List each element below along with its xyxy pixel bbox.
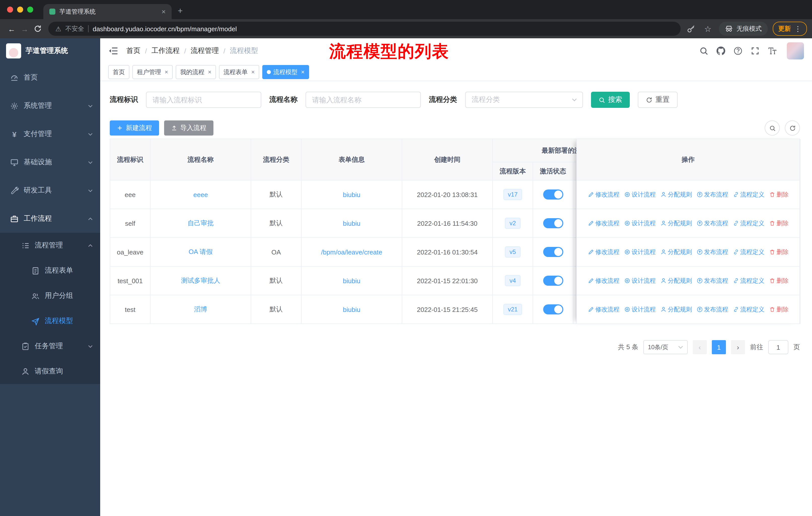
design-process-link[interactable]: 设计流程 (624, 219, 656, 227)
tag-home[interactable]: 首页 (108, 65, 129, 79)
minimize-window-button[interactable] (17, 6, 23, 12)
close-icon[interactable]: × (207, 69, 211, 76)
create-process-button[interactable]: 新建流程 (110, 120, 159, 136)
browser-tab[interactable]: 芋道管理系统 × (43, 4, 172, 19)
process-name-link[interactable]: OA 请假 (188, 247, 212, 256)
form-link[interactable]: biubiu (343, 191, 360, 198)
publish-process-link[interactable]: 发布流程 (696, 305, 728, 314)
breadcrumb-home[interactable]: 首页 (126, 46, 141, 55)
tag-process-form[interactable]: 流程表单 × (219, 65, 259, 79)
process-name-link[interactable]: eeee (193, 191, 208, 198)
sidebar-item-devtools[interactable]: 研发工具 (0, 176, 100, 205)
publish-process-link[interactable]: 发布流程 (696, 248, 728, 256)
close-icon[interactable]: × (250, 69, 255, 76)
bookmark-star-icon[interactable]: ☆ (702, 23, 714, 35)
password-key-icon[interactable] (685, 23, 697, 35)
active-toggle[interactable] (543, 304, 563, 315)
process-category-select[interactable]: 流程分类 (465, 92, 583, 108)
process-definition-link[interactable]: 流程定义 (733, 219, 764, 227)
assign-rule-link[interactable]: 分配规则 (660, 219, 692, 227)
update-button[interactable]: 更新 ⋮ (773, 22, 807, 36)
edit-process-link[interactable]: 修改流程 (588, 248, 619, 256)
design-process-link[interactable]: 设计流程 (624, 248, 656, 256)
tag-tenant-management[interactable]: 租户管理 × (133, 65, 173, 79)
sidebar-item-user-group[interactable]: 用户分组 (0, 283, 100, 308)
assign-rule-link[interactable]: 分配规则 (660, 305, 692, 314)
sidebar-item-workflow[interactable]: 工作流程 (0, 205, 100, 233)
github-icon[interactable] (716, 46, 725, 55)
delete-process-link[interactable]: 删除 (769, 219, 789, 227)
sidebar-item-payment[interactable]: ¥ 支付管理 (0, 120, 100, 148)
page-size-select[interactable]: 10条/页 (643, 340, 688, 354)
edit-process-link[interactable]: 修改流程 (588, 276, 619, 285)
back-button[interactable]: ← (5, 22, 18, 35)
goto-page-input[interactable] (768, 340, 788, 354)
assign-rule-link[interactable]: 分配规则 (660, 276, 692, 285)
page-number-button[interactable]: 1 (712, 340, 726, 354)
form-link[interactable]: biubiu (343, 277, 360, 284)
next-page-button[interactable]: › (731, 340, 745, 354)
prev-page-button[interactable]: ‹ (693, 340, 707, 354)
tag-my-process[interactable]: 我的流程 × (176, 65, 216, 79)
process-definition-link[interactable]: 流程定义 (733, 248, 764, 256)
process-name-link[interactable]: 测试多审批人 (181, 276, 220, 285)
sidebar-item-process-form[interactable]: 流程表单 (0, 258, 100, 283)
font-size-icon[interactable] (768, 46, 777, 55)
delete-process-link[interactable]: 删除 (769, 276, 789, 285)
active-toggle[interactable] (543, 276, 563, 286)
tab-close-icon[interactable]: × (160, 7, 168, 16)
edit-process-link[interactable]: 修改流程 (588, 305, 619, 314)
process-id-input[interactable] (146, 92, 261, 108)
process-name-input[interactable] (306, 92, 421, 108)
process-definition-link[interactable]: 流程定义 (733, 276, 764, 285)
zoom-window-button[interactable] (27, 6, 33, 12)
breadcrumb-process-management[interactable]: 流程管理 (191, 46, 219, 55)
sidebar-item-task-management[interactable]: 任务管理 (0, 333, 100, 359)
toggle-search-button[interactable] (765, 120, 780, 136)
tag-process-model[interactable]: 流程模型 × (262, 65, 309, 79)
sidebar-item-process-model[interactable]: 流程模型 (0, 308, 100, 333)
form-link[interactable]: biubiu (343, 306, 360, 313)
breadcrumb-workflow[interactable]: 工作流程 (151, 46, 180, 55)
import-process-button[interactable]: 导入流程 (164, 120, 213, 136)
edit-process-link[interactable]: 修改流程 (588, 219, 619, 227)
close-window-button[interactable] (7, 6, 13, 12)
help-icon[interactable] (733, 46, 743, 55)
close-icon[interactable]: × (300, 69, 304, 76)
assign-rule-link[interactable]: 分配规则 (660, 248, 692, 256)
sidebar-item-process-management[interactable]: 流程管理 (0, 233, 100, 258)
delete-process-link[interactable]: 删除 (769, 305, 789, 314)
more-menu-icon[interactable]: ⋮ (794, 25, 802, 33)
forward-button[interactable]: → (18, 22, 31, 35)
sidebar-item-system[interactable]: 系统管理 (0, 92, 100, 120)
design-process-link[interactable]: 设计流程 (624, 276, 656, 285)
form-link[interactable]: /bpm/oa/leave/create (321, 248, 382, 256)
delete-process-link[interactable]: 删除 (769, 248, 789, 256)
sidebar-item-home[interactable]: 首页 (0, 63, 100, 92)
address-bar[interactable]: ⚠ 不安全 dashboard.yudao.iocoder.cn/bpm/man… (48, 22, 680, 36)
sidebar-item-leave-query[interactable]: 请假查询 (0, 359, 100, 384)
active-toggle[interactable] (543, 247, 563, 257)
design-process-link[interactable]: 设计流程 (624, 305, 656, 314)
process-name-link[interactable]: 自己审批 (187, 219, 214, 228)
incognito-profile-chip[interactable]: 无痕模式 (719, 22, 768, 36)
active-toggle[interactable] (543, 218, 563, 228)
refresh-table-button[interactable] (785, 120, 800, 136)
collapse-sidebar-icon[interactable] (108, 46, 118, 56)
form-link[interactable]: biubiu (343, 219, 360, 227)
publish-process-link[interactable]: 发布流程 (696, 219, 728, 227)
process-definition-link[interactable]: 流程定义 (733, 305, 764, 314)
assign-rule-link[interactable]: 分配规则 (660, 190, 692, 199)
fullscreen-icon[interactable] (751, 46, 760, 55)
reset-button[interactable]: 重置 (638, 92, 677, 108)
reload-button[interactable] (31, 22, 44, 35)
publish-process-link[interactable]: 发布流程 (696, 190, 728, 199)
sidebar-item-infrastructure[interactable]: 基础设施 (0, 148, 100, 176)
design-process-link[interactable]: 设计流程 (624, 190, 656, 199)
new-tab-button[interactable]: + (178, 6, 183, 16)
process-name-link[interactable]: 滔博 (194, 305, 207, 314)
active-toggle[interactable] (543, 189, 563, 199)
user-avatar[interactable] (787, 42, 804, 59)
edit-process-link[interactable]: 修改流程 (588, 190, 619, 199)
search-button[interactable]: 搜索 (591, 92, 630, 108)
